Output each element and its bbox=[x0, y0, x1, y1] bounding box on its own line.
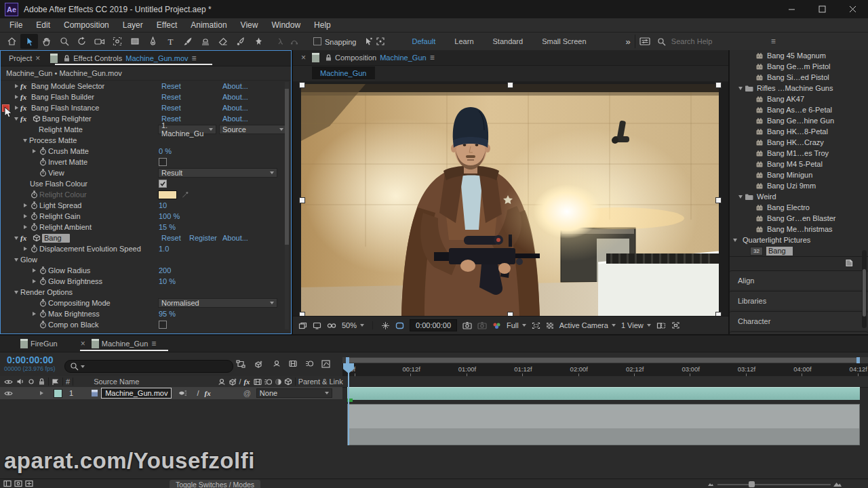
preset-label[interactable]: Bang Ge…hine Gun bbox=[767, 117, 834, 125]
preset-folder[interactable]: Rifles …Machine Guns bbox=[730, 83, 868, 94]
property-label[interactable]: Bang bbox=[42, 234, 70, 243]
layer-fx-badge[interactable]: fx bbox=[205, 389, 211, 397]
panel-tab-align[interactable]: Align bbox=[730, 270, 868, 289]
twirl-icon[interactable] bbox=[30, 268, 38, 272]
effect-controls-scrollbar[interactable] bbox=[285, 82, 289, 329]
switches-pane-icon[interactable] bbox=[3, 480, 12, 487]
time-ruler[interactable]: 00f00:12f01:00f01:12f02:00f02:12f03:00f0… bbox=[342, 363, 868, 377]
menu-edit[interactable]: Edit bbox=[29, 20, 57, 30]
fx-badge-icon[interactable]: fx bbox=[20, 234, 31, 242]
checkbox[interactable] bbox=[159, 180, 167, 188]
twirl-icon[interactable] bbox=[12, 258, 20, 262]
maximize-button[interactable] bbox=[807, 0, 837, 18]
eraser-tool[interactable] bbox=[214, 34, 232, 49]
cube-3d-switch-icon[interactable] bbox=[284, 378, 292, 386]
preset-item[interactable]: Bang Si…ed Pistol bbox=[730, 72, 868, 83]
shy-switch-icon[interactable] bbox=[218, 378, 226, 385]
stopwatch-icon[interactable] bbox=[38, 147, 48, 155]
zoom-tool[interactable] bbox=[56, 34, 73, 49]
layer-draft-icon[interactable]: / bbox=[197, 389, 199, 397]
camera-tool[interactable] bbox=[91, 34, 108, 49]
pen-tool[interactable] bbox=[144, 34, 161, 49]
graph-editor-icon[interactable] bbox=[321, 360, 330, 368]
preset-label[interactable]: Bang HK…Crazy bbox=[767, 138, 824, 146]
checkbox[interactable] bbox=[159, 321, 167, 329]
view-camera-dropdown[interactable]: Active Camera bbox=[559, 321, 616, 329]
timeline-zoom-slider[interactable] bbox=[717, 484, 831, 485]
lock-icon[interactable] bbox=[325, 54, 332, 62]
stopwatch-icon[interactable] bbox=[38, 310, 48, 318]
preset-item[interactable]: Bang Ge…m Pistol bbox=[730, 61, 868, 72]
menu-help[interactable]: Help bbox=[307, 20, 338, 30]
roto-brush-tool[interactable] bbox=[232, 34, 250, 49]
scrollbar-thumb[interactable] bbox=[285, 89, 289, 245]
source-name-column[interactable]: Source Name bbox=[94, 378, 139, 386]
property-value[interactable]: 0 % bbox=[159, 147, 172, 155]
twirl-icon[interactable] bbox=[12, 84, 20, 88]
twirl-icon[interactable] bbox=[21, 139, 29, 142]
work-area-start-handle[interactable] bbox=[346, 357, 349, 363]
snapping-checkbox[interactable] bbox=[313, 37, 321, 45]
new-folder-icon[interactable] bbox=[845, 259, 853, 267]
workspace-default[interactable]: Default bbox=[412, 37, 436, 45]
preset-folder[interactable]: Weird bbox=[730, 191, 868, 202]
fx-badge-icon[interactable]: fx bbox=[20, 93, 31, 101]
layer-name[interactable]: Machine_Gun.mov bbox=[101, 388, 172, 399]
panel-menu-icon[interactable]: ≡ bbox=[151, 339, 156, 348]
menu-composition[interactable]: Composition bbox=[57, 20, 116, 30]
property-value[interactable]: 100 % bbox=[159, 212, 180, 220]
work-area-track[interactable] bbox=[342, 357, 868, 363]
preset-item[interactable]: Bang AK47 bbox=[730, 94, 868, 104]
twirl-icon[interactable] bbox=[12, 291, 20, 294]
audio-column-icon[interactable] bbox=[16, 378, 24, 385]
panel-tab-character[interactable]: Character bbox=[730, 311, 868, 330]
video-frame[interactable] bbox=[301, 84, 719, 316]
brush-tool[interactable] bbox=[179, 34, 197, 49]
menu-animation[interactable]: Animation bbox=[184, 20, 233, 30]
twirl-icon[interactable] bbox=[30, 279, 38, 283]
preset-item[interactable]: Bang Gr…en Blaster bbox=[730, 213, 868, 224]
zoom-out-mountain-icon[interactable] bbox=[707, 481, 714, 487]
about-link[interactable]: About... bbox=[222, 93, 248, 101]
reset-link[interactable]: Reset bbox=[161, 104, 181, 112]
fast-previews-icon[interactable] bbox=[671, 321, 680, 329]
about-link[interactable]: About... bbox=[222, 234, 248, 242]
preset-label[interactable]: Bang Ge…m Pistol bbox=[767, 62, 831, 70]
twirl-icon[interactable] bbox=[21, 214, 29, 218]
preset-item[interactable]: Bang HK…Crazy bbox=[730, 137, 868, 148]
magnification-dropdown[interactable]: 50% bbox=[342, 321, 364, 329]
menu-view[interactable]: View bbox=[234, 20, 265, 30]
stopwatch-icon[interactable] bbox=[29, 212, 39, 220]
scrollbar-thumb[interactable] bbox=[863, 269, 866, 317]
selection-handle[interactable] bbox=[299, 197, 305, 203]
fx-badge-icon[interactable]: fx bbox=[20, 104, 31, 112]
solo-column-icon[interactable] bbox=[28, 378, 35, 385]
stopwatch-icon[interactable] bbox=[38, 158, 48, 166]
property-value[interactable]: 10 bbox=[159, 201, 167, 209]
zoom-slider-thumb[interactable] bbox=[749, 481, 755, 487]
transfer-pane-icon[interactable] bbox=[14, 480, 22, 487]
twirl-icon[interactable] bbox=[12, 117, 20, 121]
selection-tool[interactable] bbox=[20, 34, 38, 49]
twirl-icon[interactable] bbox=[736, 87, 745, 90]
preset-item[interactable]: Bang M4 5-Petal bbox=[730, 159, 868, 169]
tab-project[interactable]: Project bbox=[9, 54, 32, 62]
property-value[interactable]: 200 bbox=[159, 266, 171, 274]
twirl-icon[interactable] bbox=[21, 247, 29, 251]
twirl-icon[interactable] bbox=[736, 195, 745, 199]
about-link[interactable]: About... bbox=[222, 104, 248, 112]
preset-label[interactable]: Quarterlight Pictures bbox=[743, 236, 810, 244]
transparency-grid-icon[interactable] bbox=[546, 322, 554, 329]
menu-file[interactable]: File bbox=[3, 20, 29, 30]
checkbox[interactable] bbox=[159, 158, 167, 166]
layer-twirl-icon[interactable] bbox=[37, 391, 45, 395]
selection-handle[interactable] bbox=[715, 312, 722, 316]
eyedropper-icon[interactable] bbox=[181, 190, 189, 199]
parent-link-column[interactable]: Parent & Link bbox=[298, 378, 343, 386]
stopwatch-icon[interactable] bbox=[38, 169, 48, 177]
workspace-overflow[interactable]: » bbox=[626, 37, 631, 47]
matte-source-dropdown[interactable]: Source bbox=[219, 125, 287, 134]
workspace-settings-icon[interactable] bbox=[639, 37, 650, 45]
preset-item[interactable]: Bang M1…es Troy bbox=[730, 148, 868, 159]
preset-label[interactable]: Bang Gr…en Blaster bbox=[767, 214, 836, 222]
